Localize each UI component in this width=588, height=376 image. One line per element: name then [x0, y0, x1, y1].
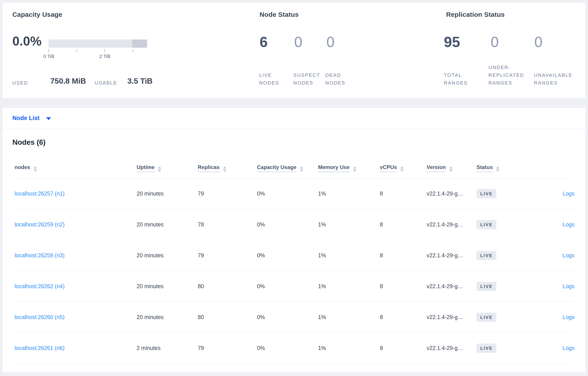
axis-tick: [49, 49, 49, 52]
live-nodes-count: 6: [260, 35, 268, 49]
node-link-cell: localhost:26262 (n4): [12, 283, 137, 290]
usable-label: USABLE: [95, 80, 117, 86]
table-row: localhost:26258 (n3) 20 minutes 79 0% 1%…: [12, 240, 575, 271]
replication-status-title: Replication Status: [446, 11, 504, 18]
uptime-cell: 20 minutes: [137, 314, 198, 320]
column-header-status[interactable]: Status: [477, 164, 531, 172]
column-header-replicas[interactable]: Replicas: [198, 164, 257, 172]
vcpus-cell: 8: [380, 314, 427, 320]
table-row: localhost:26260 (n5) 20 minutes 80 0% 1%…: [12, 302, 575, 333]
version-cell: v22.1.4-29-g…: [427, 221, 477, 228]
sort-icon: [300, 167, 303, 172]
version-cell: v22.1.4-29-g…: [427, 283, 477, 290]
status-badge: LIVE: [477, 313, 496, 322]
unavailable-ranges-count: 0: [534, 35, 543, 49]
memory-cell: 1%: [318, 190, 380, 197]
node-link[interactable]: localhost:26262 (n4): [15, 283, 65, 289]
sort-icon: [449, 167, 453, 172]
column-header-vcpus[interactable]: vCPUs: [380, 164, 427, 172]
node-list-dropdown-label: Node List: [12, 115, 40, 122]
memory-cell: 1%: [318, 283, 380, 290]
replicas-cell: 78: [198, 221, 257, 228]
status-badge: LIVE: [477, 189, 496, 198]
memory-cell: 1%: [318, 252, 380, 259]
capacity-usage-title: Capacity Usage: [12, 11, 62, 18]
uptime-cell: 2 minutes: [137, 345, 198, 351]
replicas-cell: 79: [198, 345, 257, 351]
version-cell: v22.1.4-29-g…: [427, 252, 477, 259]
logs-link[interactable]: Logs: [563, 345, 575, 351]
sort-icon: [223, 167, 226, 172]
capacity-usage-bar: [49, 40, 147, 48]
total-ranges-label: TOTAL RANGES: [444, 71, 475, 87]
replicas-cell: 80: [198, 314, 257, 320]
sort-icon: [33, 167, 37, 172]
node-link-cell: localhost:26258 (n3): [12, 252, 137, 259]
table-row: localhost:26259 (n2) 20 minutes 78 0% 1%…: [12, 209, 575, 240]
replicas-cell: 80: [198, 283, 257, 290]
node-list-dropdown[interactable]: Node List: [12, 108, 51, 129]
chevron-down-icon: [46, 117, 51, 120]
capacity-cell: 0%: [257, 345, 318, 351]
cluster-summary-card: Capacity Usage 0.0% 0 TiB 2 TiB USED 750…: [2, 2, 586, 98]
uptime-cell: 20 minutes: [137, 252, 198, 259]
suspect-nodes-label: SUSPECT NODES: [293, 71, 325, 87]
nodes-section-heading: Nodes (6): [12, 138, 45, 146]
nodes-table-card: Nodes (6) nodes Uptime Replicas Capacity…: [2, 129, 586, 373]
node-link[interactable]: localhost:26260 (n5): [15, 314, 65, 320]
node-link-cell: localhost:26260 (n5): [12, 314, 137, 320]
node-status-title: Node Status: [260, 11, 299, 18]
logs-cell: Logs: [531, 221, 575, 228]
capacity-usage-percent: 0.0%: [12, 35, 42, 47]
capacity-cell: 0%: [257, 252, 318, 259]
node-list-selector-bar: Node List: [2, 107, 586, 129]
live-nodes-label: LIVE NODES: [259, 71, 288, 87]
logs-cell: Logs: [531, 190, 575, 197]
logs-link[interactable]: Logs: [563, 283, 575, 289]
logs-cell: Logs: [531, 283, 575, 290]
dead-nodes-count: 0: [326, 35, 335, 49]
status-badge: LIVE: [477, 220, 496, 229]
node-link-cell: localhost:26261 (n6): [12, 345, 137, 351]
column-header-memory-use[interactable]: Memory Use: [318, 164, 380, 172]
axis-tick: [77, 49, 77, 52]
column-header-uptime[interactable]: Uptime: [137, 164, 198, 172]
sort-icon: [400, 167, 404, 172]
column-header-version[interactable]: Version: [427, 164, 477, 172]
vcpus-cell: 8: [380, 345, 427, 351]
status-cell: LIVE: [477, 282, 531, 291]
memory-cell: 1%: [318, 314, 380, 320]
used-value: 750.8 MiB: [50, 77, 86, 85]
status-cell: LIVE: [477, 344, 531, 353]
node-link[interactable]: localhost:26257 (n1): [15, 190, 65, 197]
vcpus-cell: 8: [380, 283, 427, 290]
node-link[interactable]: localhost:26259 (n2): [15, 221, 65, 228]
capacity-cell: 0%: [257, 190, 318, 197]
node-link[interactable]: localhost:26261 (n6): [15, 345, 65, 351]
logs-link[interactable]: Logs: [563, 190, 575, 197]
logs-link[interactable]: Logs: [563, 221, 575, 228]
uptime-cell: 20 minutes: [137, 190, 198, 197]
table-row: localhost:26261 (n6) 2 minutes 79 0% 1% …: [12, 333, 575, 364]
column-header-capacity-usage[interactable]: Capacity Usage: [257, 164, 318, 172]
uptime-cell: 20 minutes: [137, 221, 198, 228]
status-cell: LIVE: [477, 189, 531, 198]
uptime-cell: 20 minutes: [137, 283, 198, 290]
dead-nodes-label: DEAD NODES: [325, 71, 354, 87]
logs-link[interactable]: Logs: [563, 252, 575, 258]
node-link[interactable]: localhost:26258 (n3): [15, 252, 65, 258]
vcpus-cell: 8: [380, 221, 427, 228]
status-cell: LIVE: [477, 220, 531, 229]
axis-tick-label-0: 0 TiB: [43, 54, 54, 59]
logs-cell: Logs: [531, 252, 575, 259]
sort-icon: [496, 167, 500, 172]
column-header-nodes[interactable]: nodes: [12, 164, 137, 172]
logs-link[interactable]: Logs: [563, 314, 575, 320]
sort-icon: [158, 167, 161, 172]
logs-cell: Logs: [531, 345, 575, 351]
suspect-nodes-count: 0: [294, 35, 302, 49]
capacity-cell: 0%: [257, 283, 318, 290]
vcpus-cell: 8: [380, 252, 427, 259]
capacity-usage-bar-reserved-segment: [132, 40, 147, 48]
usable-value: 3.5 TiB: [127, 77, 153, 85]
